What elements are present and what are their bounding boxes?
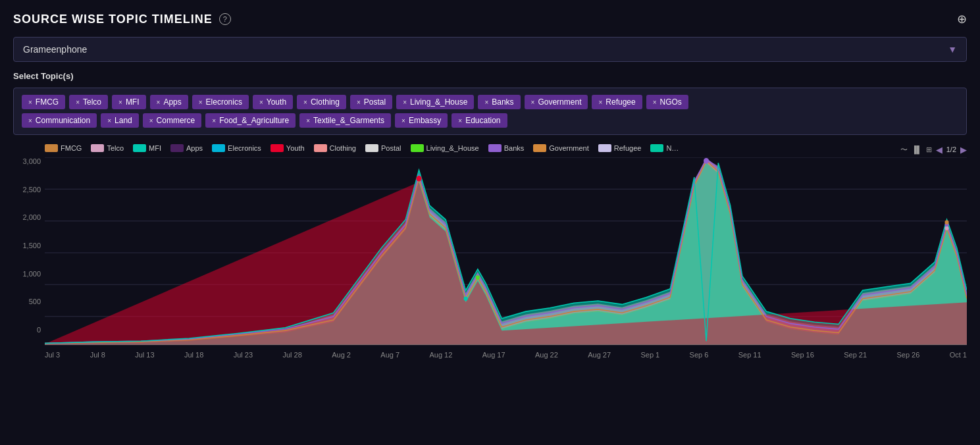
source-dropdown[interactable]: Grameenphone ▼ (13, 37, 967, 62)
y-axis-label: 2,000 (13, 213, 41, 221)
svg-point-8 (704, 158, 709, 164)
svg-point-10 (476, 275, 480, 279)
y-axis-label: 3,000 (13, 157, 41, 165)
page-title: SOURCE WISE TOPIC TIMELINE (13, 13, 213, 26)
remove-topic-icon[interactable]: × (118, 99, 122, 106)
legend-item: Government (533, 144, 589, 152)
topic-tag[interactable]: ×Food_&_Agriculture (205, 113, 296, 128)
topic-tag[interactable]: ×Textile_&_Garments (299, 113, 391, 128)
legend-color (488, 144, 502, 152)
remove-topic-icon[interactable]: × (28, 117, 32, 124)
topic-tag[interactable]: ×Telco (69, 95, 108, 109)
topic-tag[interactable]: ×Government (525, 95, 588, 109)
legend-color (170, 144, 184, 152)
legend-color (212, 144, 225, 152)
legend-label: FMCG (61, 144, 82, 152)
x-axis-label: Aug 7 (380, 351, 400, 359)
topic-tag[interactable]: ×Living_&_House (396, 95, 474, 109)
legend-label: Clothing (330, 144, 356, 152)
svg-point-9 (464, 297, 468, 301)
remove-topic-icon[interactable]: × (401, 117, 405, 124)
legend-label: Elecronics (228, 144, 261, 152)
x-axis-label: Aug 12 (429, 351, 452, 359)
topics-row-2: ×Communication×Land×Commerce×Food_&_Agri… (22, 113, 958, 128)
remove-topic-icon[interactable]: × (107, 117, 111, 124)
header-row: SOURCE WISE TOPIC TIMELINE ? ⊕ (13, 12, 967, 26)
x-axis-label: Aug 22 (535, 351, 558, 359)
remove-topic-icon[interactable]: × (199, 99, 203, 106)
legend-item: MFI (133, 144, 161, 152)
topic-tag[interactable]: ×Education (451, 113, 507, 128)
line-chart-icon[interactable]: 〜 (900, 145, 908, 155)
legend-label: Apps (186, 144, 203, 152)
legend-item: FMCG (45, 144, 82, 152)
legend-nav: 〜 ▐▌ ⊞ ◀ 1/2 ▶ (900, 145, 967, 155)
x-axis-label: Sep 11 (738, 351, 761, 359)
legend-label: Refugee (614, 144, 642, 152)
x-axis-label: Sep 21 (844, 351, 867, 359)
remove-topic-icon[interactable]: × (598, 99, 602, 106)
remove-topic-icon[interactable]: × (149, 117, 153, 124)
remove-topic-icon[interactable]: × (531, 99, 535, 106)
x-axis-label: Sep 16 (791, 351, 814, 359)
legend-label: Postal (381, 144, 401, 152)
remove-topic-icon[interactable]: × (259, 99, 263, 106)
legend-color (45, 144, 58, 152)
x-axis-label: Jul 8 (90, 351, 105, 359)
x-axis-label: Aug 27 (588, 351, 611, 359)
topic-tag[interactable]: ×Apps (150, 95, 188, 109)
info-icon[interactable]: ? (219, 13, 231, 25)
next-page-button[interactable]: ▶ (960, 145, 967, 155)
dropdown-selected: Grameenphone (23, 44, 87, 55)
legend-label: Government (549, 144, 589, 152)
legend-item: Clothing (314, 144, 356, 152)
remove-topic-icon[interactable]: × (212, 117, 216, 124)
remove-topic-icon[interactable]: × (458, 117, 462, 124)
remove-topic-icon[interactable]: × (357, 99, 361, 106)
remove-topic-icon[interactable]: × (157, 99, 161, 106)
chart-section: FMCGTelcoMFIAppsElecronicsYouthClothingP… (13, 144, 967, 359)
topic-tag[interactable]: ×Refugee (592, 95, 642, 109)
topics-container: ×FMCG×Telco×MFI×Apps×Elecronics×Youth×Cl… (13, 88, 967, 135)
remove-topic-icon[interactable]: × (403, 99, 407, 106)
legend-item: Refugee (598, 144, 642, 152)
legend-item: Living_&_House (411, 144, 479, 152)
select-topic-label: Select Topic(s) (13, 71, 967, 81)
title-group: SOURCE WISE TOPIC TIMELINE ? (13, 13, 231, 26)
legend-color (650, 144, 663, 152)
legend-label: Living_&_House (426, 144, 479, 152)
zoom-icon[interactable]: ⊕ (957, 12, 967, 26)
topic-tag[interactable]: ×Communication (22, 113, 97, 128)
x-axis-label: Sep 6 (690, 351, 709, 359)
legend-color (365, 144, 378, 152)
remove-topic-icon[interactable]: × (28, 99, 32, 106)
topic-tag[interactable]: ×MFI (112, 95, 146, 109)
topic-tag[interactable]: ×Elecronics (192, 95, 249, 109)
y-axis-label: 0 (13, 326, 41, 334)
remove-topic-icon[interactable]: × (484, 99, 488, 106)
topic-tag[interactable]: ×Clothing (297, 95, 346, 109)
topic-tag[interactable]: ×Banks (478, 95, 520, 109)
legend-color (411, 144, 424, 152)
topic-tag[interactable]: ×Commerce (143, 113, 202, 128)
topic-tag[interactable]: ×FMCG (22, 95, 65, 109)
stacked-icon[interactable]: ⊞ (926, 145, 932, 154)
topic-tag[interactable]: ×Postal (350, 95, 392, 109)
legend-label: N… (666, 144, 679, 152)
topic-tag[interactable]: ×Land (101, 113, 139, 128)
remove-topic-icon[interactable]: × (303, 99, 307, 106)
remove-topic-icon[interactable]: × (76, 99, 80, 106)
topic-tag[interactable]: ×NGOs (646, 95, 688, 109)
bar-chart-icon[interactable]: ▐▌ (912, 145, 922, 153)
prev-page-button[interactable]: ◀ (936, 145, 942, 155)
remove-topic-icon[interactable]: × (653, 99, 657, 106)
remove-topic-icon[interactable]: × (306, 117, 310, 124)
legend-color (133, 144, 146, 152)
topic-tag[interactable]: ×Embassy (395, 113, 448, 128)
topic-tag[interactable]: ×Youth (253, 95, 293, 109)
x-axis-label: Jul 28 (282, 351, 301, 359)
legend-item: Elecronics (212, 144, 261, 152)
x-axis-labels: Jul 3Jul 8Jul 13Jul 18Jul 23Jul 28Aug 2A… (13, 351, 967, 359)
dropdown-arrow: ▼ (948, 44, 957, 55)
legend-color (271, 144, 284, 152)
